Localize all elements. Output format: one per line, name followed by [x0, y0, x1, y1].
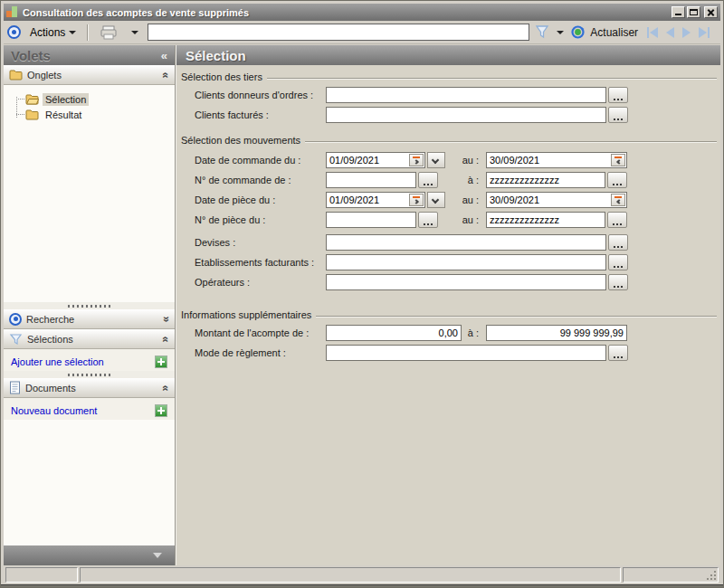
- montant-from-input[interactable]: [326, 325, 462, 341]
- field-row: N° de pièce du : au :: [195, 212, 720, 228]
- num-commande-from-input[interactable]: [326, 172, 416, 188]
- minimize-icon: [675, 14, 681, 15]
- maximize-button[interactable]: [687, 6, 700, 18]
- orange-bar-icon: [614, 156, 622, 158]
- lookup-button[interactable]: [608, 345, 628, 361]
- page-title: Sélection: [186, 48, 246, 63]
- montant-to-input[interactable]: [486, 325, 627, 341]
- print-button[interactable]: [95, 23, 122, 43]
- lookup-button[interactable]: [418, 212, 438, 228]
- resize-grip[interactable]: [714, 578, 716, 580]
- lookup-button[interactable]: [607, 212, 627, 228]
- folder-icon: [9, 69, 23, 81]
- section-documents-header[interactable]: Documents «: [4, 378, 175, 398]
- section-selections-header[interactable]: Sélections «: [4, 329, 175, 349]
- lookup-button[interactable]: [608, 107, 628, 123]
- last-icon: [699, 27, 707, 38]
- lookup-button[interactable]: [608, 274, 628, 290]
- num-piece-from-input[interactable]: [326, 212, 416, 228]
- range-mid-label: au :: [462, 155, 482, 166]
- operateurs-input[interactable]: [326, 274, 606, 290]
- collapse-section-icon[interactable]: «: [161, 71, 172, 78]
- tree-item-selection[interactable]: Sélection: [4, 91, 175, 107]
- next-icon: [682, 27, 691, 38]
- expand-section-icon[interactable]: «: [161, 316, 172, 322]
- clients-factures-input[interactable]: [326, 107, 606, 123]
- record-navigation: [644, 25, 712, 40]
- section-onglets-header[interactable]: Onglets «: [4, 65, 175, 85]
- new-document-plus-button[interactable]: [155, 404, 167, 417]
- add-selection-plus-button[interactable]: [155, 356, 167, 368]
- previous-icon: [666, 27, 674, 38]
- date-commande-to-input[interactable]: [486, 152, 627, 168]
- section-recherche-header[interactable]: Recherche «: [4, 309, 175, 329]
- clients-donneurs-label: Clients donneurs d'ordres :: [195, 90, 326, 100]
- new-document-link[interactable]: Nouveau document: [11, 405, 155, 416]
- maximize-icon: [690, 9, 698, 15]
- panel-splitter-handle[interactable]: [4, 371, 175, 378]
- status-bar: [4, 566, 720, 583]
- tree-guide: [16, 114, 24, 115]
- panel-splitter-handle[interactable]: [4, 302, 175, 309]
- chevron-right-icon: [414, 199, 419, 204]
- date-piece-to-input[interactable]: [486, 192, 627, 208]
- filter-icon[interactable]: [534, 24, 550, 40]
- sidebar-footer-bar[interactable]: [4, 545, 175, 565]
- last-record-button[interactable]: [696, 25, 712, 40]
- print-options-button[interactable]: [127, 28, 143, 37]
- date-dropdown-button[interactable]: [427, 192, 445, 208]
- section-onglets-label: Onglets: [27, 70, 158, 81]
- tree-item-resultat[interactable]: Résultat: [4, 107, 175, 122]
- date-copy-back-button[interactable]: [611, 194, 625, 206]
- first-record-button[interactable]: [644, 25, 661, 40]
- close-button[interactable]: [704, 6, 718, 18]
- minimize-button[interactable]: [672, 6, 685, 18]
- next-record-button[interactable]: [680, 25, 693, 40]
- field-row: Clients facturés :: [195, 107, 720, 123]
- field-row: Clients donneurs d'ordres :: [195, 87, 720, 103]
- fieldset-tiers: Sélection des tiers Clients donneurs d'o…: [176, 71, 720, 123]
- collapse-section-icon[interactable]: «: [161, 384, 172, 391]
- filter-options-button[interactable]: [555, 28, 566, 37]
- field-row: N° de commande de : à :: [195, 172, 720, 188]
- add-selection-link[interactable]: Ajouter une sélection: [11, 356, 155, 367]
- onglets-tree: Sélection Résultat: [4, 85, 175, 302]
- clients-donneurs-input[interactable]: [326, 87, 606, 103]
- lookup-button[interactable]: [608, 234, 628, 251]
- collapse-section-icon[interactable]: «: [161, 336, 172, 342]
- chevron-left-icon: [616, 159, 622, 165]
- lookup-button[interactable]: [607, 172, 627, 188]
- chevron-down-icon: [69, 31, 76, 34]
- ellipsis-icon: [614, 356, 615, 358]
- refresh-label: Actualiser: [590, 26, 638, 39]
- date-copy-forward-button[interactable]: [409, 154, 424, 166]
- mode-reglement-input[interactable]: [326, 345, 606, 361]
- lookup-button[interactable]: [608, 254, 628, 270]
- lookup-button[interactable]: [608, 87, 628, 103]
- toolbar-separator: [87, 24, 89, 41]
- sidebar-title: Volets: [11, 48, 161, 63]
- main-header: Sélection: [176, 45, 720, 65]
- date-copy-forward-button[interactable]: [409, 194, 424, 206]
- sidebar-volets: Volets « Onglets « Sélection: [4, 45, 176, 565]
- range-mid-label: au :: [462, 214, 482, 225]
- toolbar: Actions Actualiser: [4, 21, 720, 44]
- date-dropdown-button[interactable]: [427, 152, 445, 168]
- devises-input[interactable]: [326, 234, 606, 251]
- collapse-panel-icon[interactable]: «: [161, 49, 167, 62]
- num-commande-to-input[interactable]: [486, 172, 605, 188]
- field-row: Opérateurs :: [195, 274, 720, 290]
- lookup-button[interactable]: [418, 172, 438, 188]
- refresh-button[interactable]: Actualiser: [570, 24, 638, 40]
- actions-menu-button[interactable]: Actions: [25, 24, 81, 42]
- num-piece-to-input[interactable]: [486, 212, 605, 228]
- actions-target-icon: [7, 25, 21, 39]
- section-documents-label: Documents: [25, 383, 158, 394]
- quick-search-input[interactable]: [148, 24, 529, 41]
- previous-record-button[interactable]: [663, 25, 677, 40]
- devises-label: Devises :: [195, 237, 326, 248]
- date-copy-back-button[interactable]: [611, 154, 625, 166]
- first-icon: [647, 27, 649, 38]
- main-panel: Sélection Sélection des tiers Clients do…: [176, 45, 720, 565]
- etablissements-input[interactable]: [326, 254, 606, 270]
